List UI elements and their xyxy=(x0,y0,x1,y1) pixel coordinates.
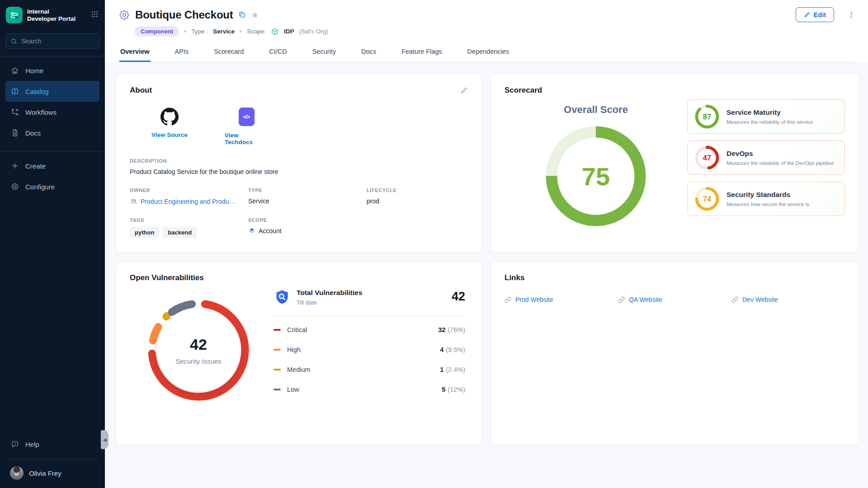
techdocs-glyph: </> xyxy=(243,114,250,120)
vuln-row-medium: Medium 1 (2.4%) xyxy=(274,360,465,380)
divider xyxy=(274,316,465,316)
tab-scorecard[interactable]: Scorecard xyxy=(213,43,245,62)
about-card: About View Source </> View Techdocs xyxy=(116,74,482,253)
user-menu[interactable]: Olivia Frey xyxy=(5,465,99,483)
tab-bar: Overview APIs Scorecard CI/CD Security D… xyxy=(118,43,855,62)
tab-feature-flags[interactable]: Feature Flags xyxy=(401,43,443,62)
gear-icon xyxy=(11,183,19,191)
link-qa-website[interactable]: QA Website xyxy=(618,296,731,303)
score-desc: Measures the reliability of the DevOps p… xyxy=(726,160,834,166)
overall-score-label: Overall Score xyxy=(564,104,628,116)
scorecard-item-security-standards[interactable]: 74 Security Standards Measures how secur… xyxy=(687,182,845,216)
copy-icon[interactable] xyxy=(238,11,246,19)
techdocs-icon: </> xyxy=(239,108,255,126)
link-icon xyxy=(505,296,511,303)
sidebar-nav: Home Catalog Workflows Docs xyxy=(0,59,105,144)
severity-count: 1 xyxy=(440,366,443,373)
lifecycle-label: LIFECYCLE xyxy=(367,188,468,193)
edit-about-icon[interactable] xyxy=(460,87,468,94)
plus-icon xyxy=(11,162,19,170)
tags-field: TAGS python backend xyxy=(130,217,248,238)
search-box[interactable] xyxy=(5,33,99,49)
scorecard-card: Scorecard Overall Score 75 xyxy=(491,74,859,253)
vuln-row-low: Low 5 (12%) xyxy=(274,380,465,399)
sidebar-logo-row: Internal Developer Portal xyxy=(0,0,105,28)
sidebar-item-catalog[interactable]: Catalog xyxy=(5,81,99,102)
scorecard-item-service-maturity[interactable]: 87 Service Maturity Measures the reliabi… xyxy=(687,99,845,134)
link-label: Dev Website xyxy=(742,296,778,303)
view-source-label: View Source xyxy=(151,131,188,138)
sidebar-item-workflows[interactable]: Workflows xyxy=(5,102,99,122)
tab-security[interactable]: Security xyxy=(311,43,337,62)
link-prod-website[interactable]: Prod Website xyxy=(505,296,618,303)
sidebar-item-docs[interactable]: Docs xyxy=(5,122,99,143)
scorecard-item-devops[interactable]: 47 DevOps Measures the reliability of th… xyxy=(687,141,845,175)
sidebar-item-help[interactable]: ? Help xyxy=(5,435,99,453)
user-name: Olivia Frey xyxy=(29,469,61,477)
tab-dependencies[interactable]: Dependencies xyxy=(467,43,510,62)
tag-chip[interactable]: backend xyxy=(163,227,197,238)
sidebar-item-create[interactable]: Create xyxy=(5,155,99,176)
view-techdocs-link[interactable]: </> View Techdocs xyxy=(225,108,268,145)
avatar xyxy=(10,466,24,480)
score-donut: 47 xyxy=(695,145,719,170)
search-icon xyxy=(10,38,17,45)
edit-button[interactable]: Edit xyxy=(796,7,834,22)
severity-count: 4 xyxy=(440,346,443,353)
tab-docs[interactable]: Docs xyxy=(360,43,377,62)
vulnerabilities-donut-center: 42 Security Issues xyxy=(157,309,240,392)
component-gear-icon xyxy=(118,9,130,21)
tag-chip[interactable]: python xyxy=(130,227,159,238)
tab-overview[interactable]: Overview xyxy=(119,43,151,62)
sidebar-item-configure[interactable]: Configure xyxy=(5,176,99,197)
severity-label: Low xyxy=(287,386,299,393)
tab-cicd[interactable]: CI/CD xyxy=(268,43,288,62)
search-input[interactable] xyxy=(21,38,85,45)
scope-label: Scope: xyxy=(247,28,266,35)
star-icon[interactable] xyxy=(251,11,259,19)
severity-dash-icon xyxy=(274,369,281,371)
home-icon xyxy=(11,66,19,75)
link-label: QA Website xyxy=(629,296,662,303)
type-field-value: Service xyxy=(248,197,269,205)
owner-link[interactable]: Product Engineering and Product... xyxy=(141,198,236,205)
view-source-link[interactable]: View Source xyxy=(148,108,191,145)
edit-button-label: Edit xyxy=(814,11,826,19)
sidebar-item-label: Help xyxy=(25,441,39,448)
severity-label: High xyxy=(287,346,301,353)
score-donut: 87 xyxy=(695,104,719,129)
type-label: Type : xyxy=(191,28,208,35)
link-label: Prod Website xyxy=(515,296,553,303)
description-value: Product Catalog Service for the boutique… xyxy=(130,168,468,175)
description-label: DESCRIPTION xyxy=(130,158,468,164)
score-value: 47 xyxy=(695,145,719,170)
link-dev-website[interactable]: Dev Website xyxy=(731,296,845,303)
sidebar-actions: Create Configure xyxy=(0,155,105,198)
sidebar-item-home[interactable]: Home xyxy=(5,60,99,81)
links-title: Links xyxy=(505,273,524,282)
main-area: Boutique Checkout Edit Comp xyxy=(105,0,868,488)
severity-dash-icon xyxy=(274,329,281,331)
about-title: About xyxy=(130,86,152,95)
tab-apis[interactable]: APIs xyxy=(174,43,190,62)
total-vulnerabilities-value: 42 xyxy=(452,289,465,304)
link-icon xyxy=(618,296,625,303)
severity-dash-icon xyxy=(274,389,281,391)
overall-score-donut: 75 xyxy=(544,125,647,228)
severity-pct: (2.4%) xyxy=(446,366,465,373)
sidebar-divider xyxy=(0,56,105,56)
sidebar-item-label: Home xyxy=(25,67,43,75)
vuln-row-critical: Critical 32 (76%) xyxy=(274,320,465,340)
apps-grid-icon[interactable] xyxy=(91,7,99,20)
type-field: TYPE Service xyxy=(248,188,367,205)
shield-search-icon xyxy=(274,289,291,306)
total-vulnerabilities-title: Total Vulnerabilities xyxy=(297,289,363,297)
sidebar: Internal Developer Portal xyxy=(0,0,105,488)
kebab-menu-icon[interactable] xyxy=(847,11,855,19)
severity-pct: (76%) xyxy=(448,326,465,333)
link-icon xyxy=(731,296,738,303)
vulnerabilities-card: Open Vulnerabilities 42 Security Issues xyxy=(116,261,482,445)
owner-field: OWNER Product Engineering and Product... xyxy=(130,188,248,205)
sidebar-collapse-handle[interactable]: ◀ xyxy=(101,430,108,449)
logo-title: Internal Developer Portal xyxy=(27,7,75,23)
